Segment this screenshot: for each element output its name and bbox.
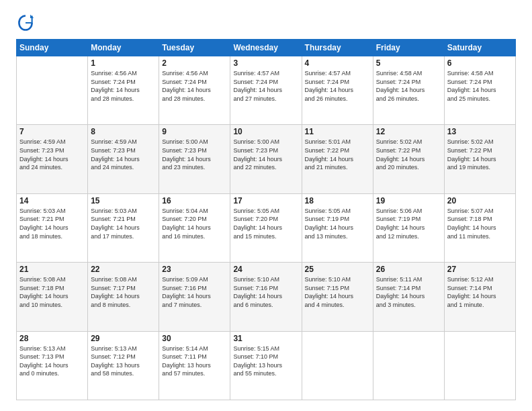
calendar-cell: 24Sunrise: 5:10 AM Sunset: 7:16 PM Dayli…	[230, 263, 302, 331]
logo	[16, 13, 38, 32]
day-number: 8	[91, 127, 156, 136]
calendar-cell: 5Sunrise: 4:58 AM Sunset: 7:24 PM Daylig…	[373, 56, 444, 125]
day-number: 29	[91, 334, 156, 343]
day-info: Sunrise: 5:08 AM Sunset: 7:17 PM Dayligh…	[91, 275, 156, 309]
day-info: Sunrise: 5:00 AM Sunset: 7:23 PM Dayligh…	[162, 138, 227, 171]
day-number: 1	[91, 58, 156, 68]
day-number: 28	[19, 334, 85, 343]
day-info: Sunrise: 5:03 AM Sunset: 7:21 PM Dayligh…	[19, 207, 85, 240]
calendar-cell: 20Sunrise: 5:07 AM Sunset: 7:18 PM Dayli…	[444, 193, 515, 262]
day-info: Sunrise: 4:56 AM Sunset: 7:24 PM Dayligh…	[91, 69, 156, 103]
day-info: Sunrise: 4:59 AM Sunset: 7:23 PM Dayligh…	[19, 138, 85, 171]
day-number: 6	[447, 58, 513, 68]
day-header-friday: Friday	[373, 40, 444, 56]
day-info: Sunrise: 5:13 AM Sunset: 7:12 PM Dayligh…	[91, 345, 156, 378]
day-number: 17	[233, 196, 298, 205]
calendar-cell: 15Sunrise: 5:03 AM Sunset: 7:21 PM Dayli…	[88, 193, 159, 262]
calendar-cell: 11Sunrise: 5:01 AM Sunset: 7:22 PM Dayli…	[302, 125, 373, 193]
day-header-wednesday: Wednesday	[230, 40, 302, 56]
day-header-saturday: Saturday	[444, 40, 515, 56]
day-number: 24	[233, 265, 298, 274]
calendar-cell: 9Sunrise: 5:00 AM Sunset: 7:23 PM Daylig…	[159, 125, 230, 193]
day-info: Sunrise: 5:14 AM Sunset: 7:11 PM Dayligh…	[162, 345, 227, 378]
day-info: Sunrise: 5:11 AM Sunset: 7:14 PM Dayligh…	[376, 275, 441, 309]
day-info: Sunrise: 5:05 AM Sunset: 7:20 PM Dayligh…	[233, 207, 298, 240]
calendar-cell: 30Sunrise: 5:14 AM Sunset: 7:11 PM Dayli…	[159, 331, 230, 400]
day-info: Sunrise: 5:04 AM Sunset: 7:20 PM Dayligh…	[162, 207, 227, 240]
day-number: 11	[305, 127, 370, 136]
day-info: Sunrise: 4:57 AM Sunset: 7:24 PM Dayligh…	[233, 69, 298, 103]
page: SundayMondayTuesdayWednesdayThursdayFrid…	[0, 0, 532, 411]
day-number: 7	[19, 127, 85, 136]
day-number: 2	[162, 58, 227, 68]
calendar-cell: 1Sunrise: 4:56 AM Sunset: 7:24 PM Daylig…	[88, 56, 159, 125]
calendar-cell: 4Sunrise: 4:57 AM Sunset: 7:24 PM Daylig…	[302, 56, 373, 125]
week-row-3: 14Sunrise: 5:03 AM Sunset: 7:21 PM Dayli…	[17, 193, 516, 262]
calendar-cell	[17, 56, 88, 125]
day-info: Sunrise: 5:01 AM Sunset: 7:22 PM Dayligh…	[305, 138, 370, 171]
day-number: 21	[19, 265, 85, 274]
day-info: Sunrise: 5:07 AM Sunset: 7:18 PM Dayligh…	[447, 207, 513, 240]
calendar-cell: 22Sunrise: 5:08 AM Sunset: 7:17 PM Dayli…	[88, 263, 159, 331]
svg-marker-0	[30, 15, 34, 18]
day-info: Sunrise: 5:15 AM Sunset: 7:10 PM Dayligh…	[233, 345, 298, 378]
day-info: Sunrise: 5:09 AM Sunset: 7:16 PM Dayligh…	[162, 275, 227, 309]
logo-icon	[16, 13, 35, 32]
week-row-1: 1Sunrise: 4:56 AM Sunset: 7:24 PM Daylig…	[17, 56, 516, 125]
day-info: Sunrise: 5:12 AM Sunset: 7:14 PM Dayligh…	[447, 275, 513, 309]
calendar-cell: 28Sunrise: 5:13 AM Sunset: 7:13 PM Dayli…	[17, 331, 88, 400]
day-number: 16	[162, 196, 227, 205]
day-info: Sunrise: 5:10 AM Sunset: 7:16 PM Dayligh…	[233, 275, 298, 309]
day-header-thursday: Thursday	[302, 40, 373, 56]
day-info: Sunrise: 5:03 AM Sunset: 7:21 PM Dayligh…	[91, 207, 156, 240]
week-row-2: 7Sunrise: 4:59 AM Sunset: 7:23 PM Daylig…	[17, 125, 516, 193]
header	[16, 13, 516, 32]
day-number: 4	[305, 58, 370, 68]
day-number: 9	[162, 127, 227, 136]
calendar-cell: 12Sunrise: 5:02 AM Sunset: 7:22 PM Dayli…	[373, 125, 444, 193]
day-number: 23	[162, 265, 227, 274]
day-info: Sunrise: 5:10 AM Sunset: 7:15 PM Dayligh…	[305, 275, 370, 309]
calendar-cell: 19Sunrise: 5:06 AM Sunset: 7:19 PM Dayli…	[373, 193, 444, 262]
day-number: 19	[376, 196, 441, 205]
day-number: 30	[162, 334, 227, 343]
day-number: 3	[233, 58, 298, 68]
day-info: Sunrise: 5:00 AM Sunset: 7:23 PM Dayligh…	[233, 138, 298, 171]
calendar-cell: 6Sunrise: 4:58 AM Sunset: 7:24 PM Daylig…	[444, 56, 515, 125]
day-info: Sunrise: 5:13 AM Sunset: 7:13 PM Dayligh…	[19, 345, 85, 378]
day-info: Sunrise: 5:08 AM Sunset: 7:18 PM Dayligh…	[19, 275, 85, 309]
calendar-cell: 10Sunrise: 5:00 AM Sunset: 7:23 PM Dayli…	[230, 125, 302, 193]
calendar-cell: 3Sunrise: 4:57 AM Sunset: 7:24 PM Daylig…	[230, 56, 302, 125]
calendar-cell: 8Sunrise: 4:59 AM Sunset: 7:23 PM Daylig…	[88, 125, 159, 193]
calendar-cell	[444, 331, 515, 400]
calendar-cell: 17Sunrise: 5:05 AM Sunset: 7:20 PM Dayli…	[230, 193, 302, 262]
calendar-cell: 7Sunrise: 4:59 AM Sunset: 7:23 PM Daylig…	[17, 125, 88, 193]
calendar-cell: 25Sunrise: 5:10 AM Sunset: 7:15 PM Dayli…	[302, 263, 373, 331]
day-info: Sunrise: 4:58 AM Sunset: 7:24 PM Dayligh…	[447, 69, 513, 103]
day-number: 26	[376, 265, 441, 274]
calendar-cell	[373, 331, 444, 400]
calendar-cell: 31Sunrise: 5:15 AM Sunset: 7:10 PM Dayli…	[230, 331, 302, 400]
day-number: 20	[447, 196, 513, 205]
week-row-4: 21Sunrise: 5:08 AM Sunset: 7:18 PM Dayli…	[17, 263, 516, 331]
week-row-5: 28Sunrise: 5:13 AM Sunset: 7:13 PM Dayli…	[17, 331, 516, 400]
calendar-cell: 21Sunrise: 5:08 AM Sunset: 7:18 PM Dayli…	[17, 263, 88, 331]
calendar-cell: 29Sunrise: 5:13 AM Sunset: 7:12 PM Dayli…	[88, 331, 159, 400]
day-info: Sunrise: 5:02 AM Sunset: 7:22 PM Dayligh…	[376, 138, 441, 171]
day-info: Sunrise: 4:57 AM Sunset: 7:24 PM Dayligh…	[305, 69, 370, 103]
day-number: 27	[447, 265, 513, 274]
day-number: 18	[305, 196, 370, 205]
day-number: 25	[305, 265, 370, 274]
day-info: Sunrise: 5:06 AM Sunset: 7:19 PM Dayligh…	[376, 207, 441, 240]
day-info: Sunrise: 4:56 AM Sunset: 7:24 PM Dayligh…	[162, 69, 227, 103]
calendar-cell: 23Sunrise: 5:09 AM Sunset: 7:16 PM Dayli…	[159, 263, 230, 331]
day-number: 31	[233, 334, 298, 343]
day-number: 22	[91, 265, 156, 274]
day-header-monday: Monday	[88, 40, 159, 56]
calendar-cell: 2Sunrise: 4:56 AM Sunset: 7:24 PM Daylig…	[159, 56, 230, 125]
calendar-cell: 13Sunrise: 5:02 AM Sunset: 7:22 PM Dayli…	[444, 125, 515, 193]
day-info: Sunrise: 5:05 AM Sunset: 7:19 PM Dayligh…	[305, 207, 370, 240]
calendar-cell	[302, 331, 373, 400]
day-number: 13	[447, 127, 513, 136]
calendar-cell: 14Sunrise: 5:03 AM Sunset: 7:21 PM Dayli…	[17, 193, 88, 262]
